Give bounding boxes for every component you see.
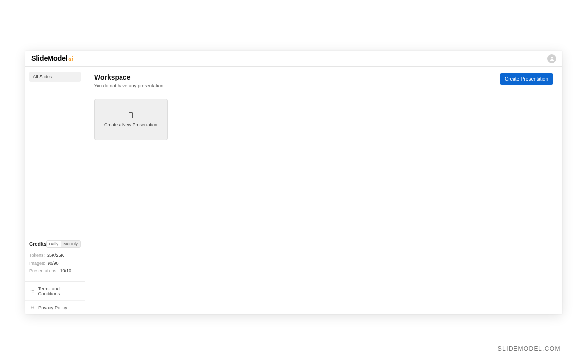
svg-rect-7 [31,307,34,309]
main: Workspace You do not have any presentati… [85,67,562,314]
app-window: SlideModel ai All Slides Credits Daily M… [25,51,562,314]
images-label: Images: [29,261,45,266]
new-presentation-card[interactable]: Create a New Presentation [94,99,168,140]
logo-text: SlideModel [31,54,68,62]
logo[interactable]: SlideModel ai [31,54,73,63]
lock-icon [30,305,35,310]
logo-suffix: ai [69,55,73,63]
credits-panel: Credits Daily Monthly Tokens: 25K/25K Im… [25,236,85,281]
user-icon [549,56,555,61]
svg-point-0 [551,57,553,59]
stat-images: Images: 90/90 [29,261,81,266]
presentation-placeholder-icon [129,112,133,118]
link-terms-label: Terms and Conditions [38,286,80,296]
link-privacy-label: Privacy Policy [38,305,67,310]
create-presentation-button[interactable]: Create Presentation [500,73,553,85]
watermark: SLIDEMODEL.COM [498,345,561,352]
page-title: Workspace [94,73,163,81]
presentations-value: 10/10 [60,268,72,273]
main-head: Workspace You do not have any presentati… [94,73,553,88]
header: SlideModel ai [25,51,562,67]
link-terms[interactable]: Terms and Conditions [25,282,85,300]
stat-tokens: Tokens: 25K/25K [29,253,81,258]
tokens-label: Tokens: [29,253,45,258]
credits-head: Credits Daily Monthly [29,240,81,248]
tab-daily[interactable]: Daily [47,241,61,247]
link-privacy[interactable]: Privacy Policy [25,300,85,314]
main-titles: Workspace You do not have any presentati… [94,73,163,88]
new-presentation-label: Create a New Presentation [104,122,157,127]
presentations-label: Presentations: [29,268,58,273]
body: All Slides Credits Daily Monthly Tokens:… [25,67,562,314]
stat-presentations: Presentations: 10/10 [29,268,81,273]
credits-tabs: Daily Monthly [46,240,81,248]
user-avatar[interactable] [547,54,556,63]
tokens-value: 25K/25K [47,253,64,258]
images-value: 90/90 [48,261,59,266]
sidebar-nav: All Slides [25,67,85,236]
credits-title: Credits [29,242,46,247]
sidebar-item-all-slides[interactable]: All Slides [29,72,81,82]
list-icon [30,289,34,293]
page-subtitle: You do not have any presentation [94,83,163,88]
sidebar: All Slides Credits Daily Monthly Tokens:… [25,67,85,314]
tab-monthly[interactable]: Monthly [61,241,80,247]
sidebar-links: Terms and Conditions Privacy Policy [25,281,85,314]
